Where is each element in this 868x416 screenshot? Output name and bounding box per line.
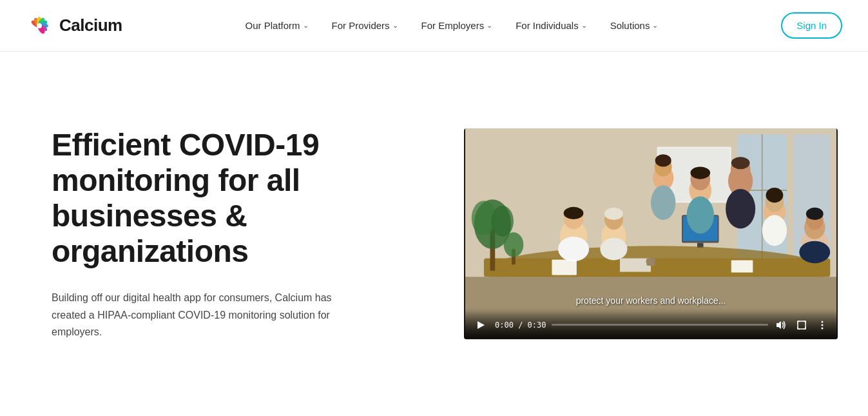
svg-point-68: [822, 324, 824, 326]
nav-label-for-employers: For Employers: [421, 20, 485, 31]
svg-rect-66: [798, 321, 805, 329]
logo-text: Calcium: [59, 15, 122, 35]
svg-point-55: [651, 186, 675, 221]
nav-item-solutions[interactable]: Solutions ⌄: [601, 15, 668, 36]
sign-in-button[interactable]: Sign In: [781, 12, 842, 39]
nav-item-for-individuals[interactable]: For Individuals ⌄: [506, 15, 596, 36]
fullscreen-button[interactable]: [794, 317, 809, 333]
navbar: Calcium Our Platform ⌄ For Providers ⌄ F…: [0, 0, 868, 52]
chevron-down-icon: ⌄: [581, 21, 587, 30]
svg-point-46: [762, 215, 787, 246]
svg-point-48: [766, 188, 783, 203]
nav-item-for-employers[interactable]: For Employers ⌄: [412, 15, 502, 36]
svg-marker-65: [776, 321, 781, 329]
video-time: 0:00 / 0:30: [495, 321, 546, 330]
svg-point-42: [726, 189, 755, 228]
more-options-button[interactable]: [815, 317, 830, 333]
hero-section: Efficient COVID-19 monitoring for all bu…: [52, 127, 412, 341]
nav-label-solutions: Solutions: [610, 20, 650, 31]
hero-title: Efficient COVID-19 monitoring for all bu…: [52, 127, 412, 270]
svg-rect-62: [646, 259, 655, 266]
svg-rect-21: [484, 259, 830, 277]
svg-point-26: [491, 206, 514, 237]
hero-description: Building off our digital health app for …: [52, 290, 335, 341]
chevron-down-icon: ⌄: [652, 21, 658, 30]
logo[interactable]: Calcium: [26, 12, 122, 39]
svg-point-8: [37, 23, 42, 28]
video-progress-bar[interactable]: [552, 324, 769, 326]
play-button[interactable]: [472, 316, 490, 334]
video-subtitle: protect your workers and workplace...: [464, 293, 838, 308]
svg-point-38: [687, 197, 714, 234]
video-player[interactable]: protect your workers and workplace... 0:…: [464, 128, 838, 339]
svg-marker-64: [477, 321, 485, 329]
nav-item-for-providers[interactable]: For Providers ⌄: [323, 15, 407, 36]
nav-item-our-platform[interactable]: Our Platform ⌄: [236, 15, 318, 36]
chevron-down-icon: ⌄: [487, 21, 492, 30]
svg-point-36: [600, 238, 627, 261]
svg-point-40: [690, 167, 710, 179]
svg-point-31: [564, 207, 584, 219]
volume-button[interactable]: [773, 317, 789, 333]
svg-point-69: [822, 327, 824, 329]
logo-icon: [26, 12, 53, 39]
chevron-down-icon: ⌄: [303, 21, 309, 30]
nav-label-for-providers: For Providers: [332, 20, 390, 31]
svg-rect-60: [731, 261, 753, 273]
svg-point-32: [558, 237, 589, 261]
svg-point-57: [655, 155, 671, 167]
svg-point-67: [822, 321, 824, 322]
svg-point-52: [806, 208, 824, 220]
chevron-down-icon: ⌄: [392, 21, 398, 30]
svg-point-28: [504, 233, 524, 257]
nav-label-for-individuals: For Individuals: [516, 20, 579, 31]
main-content: Efficient COVID-19 monitoring for all bu…: [0, 52, 868, 416]
nav-links: Our Platform ⌄ For Providers ⌄ For Emplo…: [236, 15, 668, 36]
nav-label-our-platform: Our Platform: [246, 20, 300, 31]
svg-point-35: [604, 208, 623, 220]
svg-point-53: [799, 241, 830, 264]
svg-rect-58: [552, 260, 576, 275]
video-controls: 0:00 / 0:30: [464, 311, 838, 339]
svg-point-44: [731, 157, 750, 170]
